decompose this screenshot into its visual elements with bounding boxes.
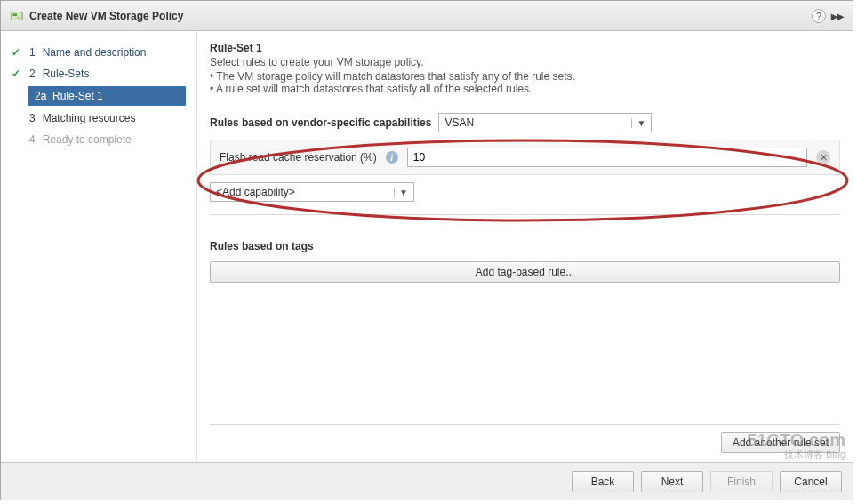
chevron-down-icon: ▼ xyxy=(631,118,647,128)
add-tag-rule-button[interactable]: Add tag-based rule... xyxy=(210,261,840,283)
bullet-2: • A rule set will match datastores that … xyxy=(210,83,840,95)
step-name-description[interactable]: ✓ 1 Name and description xyxy=(1,42,196,63)
vendor-capabilities-row: Rules based on vendor-specific capabilit… xyxy=(210,113,840,132)
add-ruleset-row: Add another rule set xyxy=(210,424,840,462)
svg-rect-2 xyxy=(17,16,20,18)
vendor-dropdown-value: VSAN xyxy=(445,116,474,129)
substep-number: 2a xyxy=(35,90,46,102)
next-button[interactable]: Next xyxy=(641,471,703,492)
step-number: 1 xyxy=(29,46,36,59)
remove-icon[interactable]: ✕ xyxy=(816,150,830,164)
step-label: Name and description xyxy=(43,46,147,59)
add-capability-row: <Add capability> ▼ xyxy=(210,182,840,202)
check-icon: ✓ xyxy=(12,68,22,80)
help-icon[interactable]: ? xyxy=(812,9,826,23)
rule-set-description: Select rules to create your VM storage p… xyxy=(210,56,840,68)
add-another-rule-set-button[interactable]: Add another rule set xyxy=(721,432,840,453)
cancel-button[interactable]: Cancel xyxy=(780,471,842,492)
chevron-down-icon: ▼ xyxy=(394,188,410,197)
step-label: Matching resources xyxy=(43,112,136,124)
capability-row-flash-cache: Flash read cache reservation (%) i ✕ xyxy=(210,140,840,175)
svg-rect-1 xyxy=(13,13,17,16)
dialog-footer: Back Next Finish Cancel xyxy=(1,462,853,500)
check-icon: ✓ xyxy=(12,46,22,59)
wizard-sidebar: ✓ 1 Name and description ✓ 2 Rule-Sets 2… xyxy=(1,31,196,462)
main-panel: Rule-Set 1 Select rules to create your V… xyxy=(196,31,853,462)
finish-button: Finish xyxy=(710,471,773,492)
vendor-dropdown[interactable]: VSAN ▼ xyxy=(438,113,652,132)
expand-icon[interactable]: ▸▸ xyxy=(831,9,844,23)
substep-rule-set-1[interactable]: 2a Rule-Set 1 xyxy=(28,86,186,106)
dialog-title: Create New VM Storage Policy xyxy=(29,10,806,22)
bullet-1: • The VM storage policy will match datas… xyxy=(210,70,840,83)
divider xyxy=(210,214,840,215)
substep-label: Rule-Set 1 xyxy=(52,90,103,102)
add-capability-dropdown[interactable]: <Add capability> ▼ xyxy=(210,182,414,202)
step-label: Ready to complete xyxy=(43,133,132,146)
step-rule-sets[interactable]: ✓ 2 Rule-Sets xyxy=(1,63,196,84)
capability-value-input[interactable] xyxy=(407,148,807,167)
dialog-body: ✓ 1 Name and description ✓ 2 Rule-Sets 2… xyxy=(1,31,853,462)
info-icon[interactable]: i xyxy=(386,151,398,164)
capability-label: Flash read cache reservation (%) xyxy=(220,151,377,164)
step-ready-to-complete: 4 Ready to complete xyxy=(1,129,196,150)
add-capability-value: <Add capability> xyxy=(216,186,295,198)
titlebar: Create New VM Storage Policy ? ▸▸ xyxy=(1,1,853,31)
step-number: 2 xyxy=(29,68,36,80)
tags-section-title: Rules based on tags xyxy=(210,240,840,252)
vm-policy-icon xyxy=(10,9,24,23)
step-number: 3 xyxy=(29,112,36,124)
back-button[interactable]: Back xyxy=(572,471,634,492)
dialog: Create New VM Storage Policy ? ▸▸ ✓ 1 Na… xyxy=(0,0,853,500)
vendor-capabilities-title: Rules based on vendor-specific capabilit… xyxy=(210,116,431,129)
step-number: 4 xyxy=(29,133,36,146)
step-label: Rule-Sets xyxy=(43,68,90,80)
rule-set-heading: Rule-Set 1 xyxy=(210,42,840,54)
step-matching-resources[interactable]: 3 Matching resources xyxy=(1,108,196,129)
